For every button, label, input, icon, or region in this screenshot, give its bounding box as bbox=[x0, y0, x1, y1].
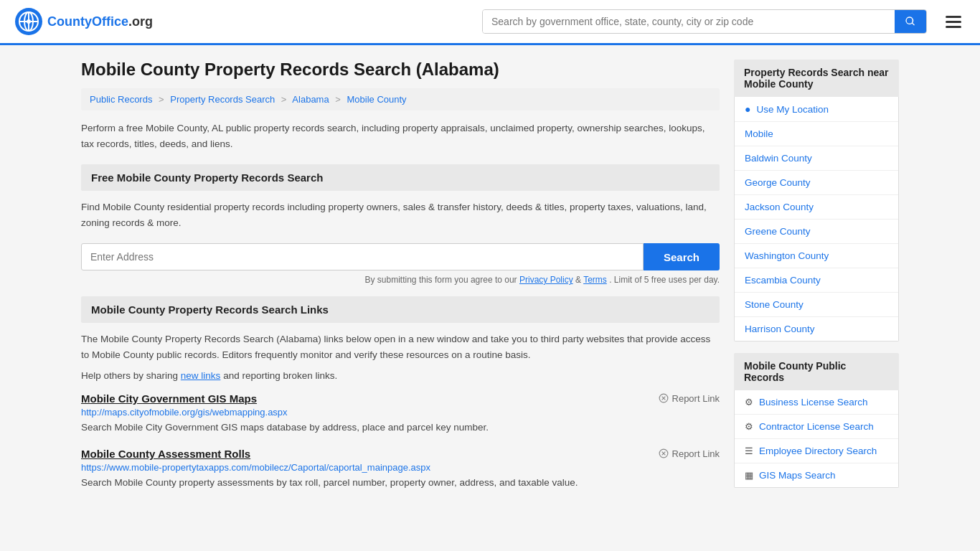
public-record-link-0[interactable]: Business License Search bbox=[759, 397, 868, 408]
public-records-section-title: Mobile County Public Records bbox=[734, 353, 899, 390]
hamburger-line-1 bbox=[946, 16, 961, 18]
free-search-section-header: Free Mobile County Property Records Sear… bbox=[81, 164, 720, 191]
location-pin-icon: ● bbox=[745, 103, 750, 115]
hamburger-menu-button[interactable] bbox=[941, 11, 966, 32]
public-record-link-1[interactable]: Contractor License Search bbox=[759, 421, 874, 432]
free-search-description: Find Mobile County residential property … bbox=[81, 199, 720, 230]
record-icon-0: ⚙ bbox=[745, 397, 753, 408]
report-icon-0 bbox=[659, 393, 669, 403]
public-record-link-3[interactable]: GIS Maps Search bbox=[759, 470, 836, 481]
report-link-button-0[interactable]: Report Link bbox=[659, 393, 720, 404]
link-entry-1-header: Mobile County Assessment Rolls Report Li… bbox=[81, 448, 720, 460]
sidebar-nearby-8: Harrison County bbox=[735, 317, 898, 341]
record-icon-2: ☰ bbox=[745, 446, 753, 456]
address-input[interactable] bbox=[81, 243, 644, 270]
breadcrumb-mobile-county[interactable]: Mobile County bbox=[347, 94, 407, 105]
public-records-list: ⚙ Business License Search ⚙ Contractor L… bbox=[734, 390, 899, 488]
page-title: Mobile County Property Records Search (A… bbox=[81, 60, 720, 80]
sidebar-nearby-1: Baldwin County bbox=[735, 146, 898, 171]
page-description: Perform a free Mobile County, AL public … bbox=[81, 121, 720, 151]
breadcrumb: Public Records > Property Records Search… bbox=[81, 88, 720, 110]
sidebar-nearby-6: Escambia County bbox=[735, 268, 898, 293]
report-link-button-1[interactable]: Report Link bbox=[659, 448, 720, 459]
sidebar-nearby-link-6[interactable]: Escambia County bbox=[735, 268, 898, 292]
global-search-button[interactable] bbox=[895, 10, 926, 33]
content-area: Mobile County Property Records Search (A… bbox=[81, 60, 720, 503]
svg-point-5 bbox=[27, 19, 31, 24]
link-entry-0-header: Mobile City Government GIS Maps Report L… bbox=[81, 392, 720, 405]
logo-text: CountyOffice.org bbox=[47, 14, 153, 29]
logo[interactable]: CountyOffice.org bbox=[14, 7, 153, 36]
link-entry-0-url[interactable]: http://maps.cityofmobile.org/gis/webmapp… bbox=[81, 407, 720, 418]
sidebar: Property Records Search near Mobile Coun… bbox=[734, 60, 899, 503]
breadcrumb-property-records-search[interactable]: Property Records Search bbox=[170, 94, 275, 105]
public-record-item-1: ⚙ Contractor License Search bbox=[735, 415, 898, 439]
link-entry-1: Mobile County Assessment Rolls Report Li… bbox=[81, 448, 720, 490]
search-icon bbox=[905, 16, 916, 27]
site-header: CountyOffice.org bbox=[0, 0, 980, 45]
breadcrumb-public-records[interactable]: Public Records bbox=[90, 94, 152, 105]
link-entry-1-title[interactable]: Mobile County Assessment Rolls bbox=[81, 448, 250, 460]
sidebar-nearby-link-8[interactable]: Harrison County bbox=[735, 317, 898, 341]
sidebar-nearby-7: Stone County bbox=[735, 293, 898, 317]
sidebar-nearby-3: Jackson County bbox=[735, 195, 898, 220]
hamburger-line-2 bbox=[946, 21, 961, 23]
link-entry-1-url[interactable]: https://www.mobile-propertytaxapps.com/m… bbox=[81, 462, 720, 473]
sidebar-nearby-link-1[interactable]: Baldwin County bbox=[735, 146, 898, 170]
sidebar-nearby-link-7[interactable]: Stone County bbox=[735, 293, 898, 316]
hamburger-line-3 bbox=[946, 26, 961, 28]
record-icon-3: ▦ bbox=[745, 470, 753, 481]
address-search-button[interactable]: Search bbox=[644, 243, 720, 270]
sidebar-nearby-2: George County bbox=[735, 171, 898, 195]
record-icon-1: ⚙ bbox=[745, 421, 753, 432]
links-section-header: Mobile County Property Records Search Li… bbox=[81, 296, 720, 323]
new-links-note: Help others by sharing new links and rep… bbox=[81, 370, 720, 381]
sidebar-nearby-link-3[interactable]: Jackson County bbox=[735, 195, 898, 219]
address-search-form: Search By submitting this form you agree… bbox=[81, 243, 720, 285]
sidebar-nearby-link-2[interactable]: George County bbox=[735, 171, 898, 194]
privacy-policy-link[interactable]: Privacy Policy bbox=[519, 275, 573, 285]
sidebar-nearby-link-5[interactable]: Washington County bbox=[735, 244, 898, 268]
link-entry-0: Mobile City Government GIS Maps Report L… bbox=[81, 392, 720, 435]
nearby-section-title: Property Records Search near Mobile Coun… bbox=[734, 60, 899, 97]
nearby-list: ● Use My Location Mobile Baldwin County … bbox=[734, 97, 899, 342]
report-icon-1 bbox=[659, 448, 669, 458]
sidebar-nearby-0: Mobile bbox=[735, 122, 898, 146]
link-entry-0-title[interactable]: Mobile City Government GIS Maps bbox=[81, 392, 257, 405]
sidebar-nearby-5: Washington County bbox=[735, 244, 898, 268]
logo-icon bbox=[14, 7, 43, 36]
main-container: Mobile County Property Records Search (A… bbox=[67, 60, 913, 503]
links-section-description: The Mobile County Property Records Searc… bbox=[81, 331, 720, 362]
sidebar-nearby-link-0[interactable]: Mobile bbox=[735, 122, 898, 146]
global-search-bar bbox=[482, 9, 927, 34]
sidebar-nearby-link-4[interactable]: Greene County bbox=[735, 220, 898, 243]
form-disclaimer: By submitting this form you agree to our… bbox=[81, 275, 720, 285]
link-entry-1-desc: Search Mobile County property assessment… bbox=[81, 476, 720, 490]
use-my-location-link[interactable]: ● Use My Location bbox=[735, 97, 898, 121]
address-search-row: Search bbox=[81, 243, 720, 270]
use-my-location-item: ● Use My Location bbox=[735, 97, 898, 122]
public-record-item-2: ☰ Employee Directory Search bbox=[735, 439, 898, 463]
public-record-item-3: ▦ GIS Maps Search bbox=[735, 463, 898, 487]
terms-link[interactable]: Terms bbox=[583, 275, 607, 285]
breadcrumb-alabama[interactable]: Alabama bbox=[292, 94, 329, 105]
global-search-input[interactable] bbox=[483, 10, 895, 33]
public-record-item-0: ⚙ Business License Search bbox=[735, 390, 898, 415]
new-links-link[interactable]: new links bbox=[181, 370, 221, 381]
public-record-link-2[interactable]: Employee Directory Search bbox=[759, 446, 877, 456]
link-entry-0-desc: Search Mobile City Government GIS maps d… bbox=[81, 420, 720, 435]
sidebar-nearby-4: Greene County bbox=[735, 220, 898, 244]
